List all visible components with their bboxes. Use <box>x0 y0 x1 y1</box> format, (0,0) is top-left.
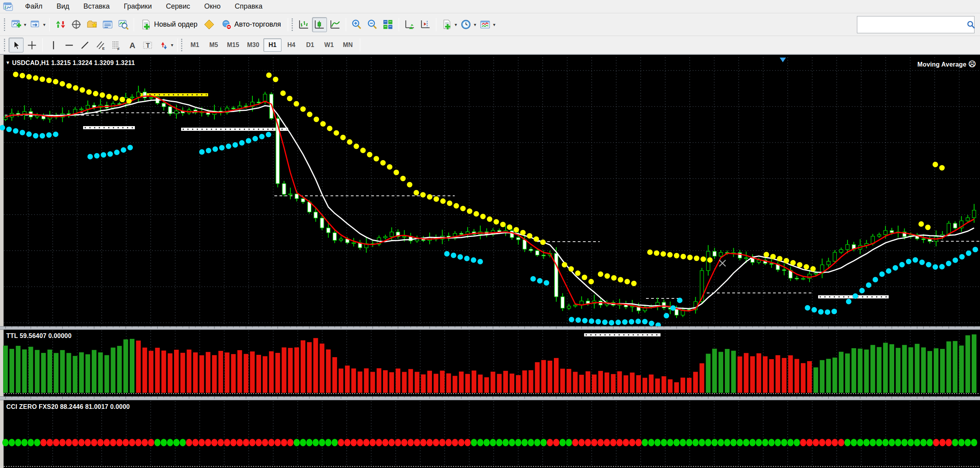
toolbar-grip[interactable] <box>4 39 5 51</box>
text-label-button[interactable]: T <box>140 38 155 52</box>
search-input[interactable] <box>857 17 966 33</box>
indicators-button-dropdown-caret[interactable]: ▾ <box>493 22 495 27</box>
trendline-icon <box>80 40 90 51</box>
svg-text:E: E <box>102 46 104 50</box>
auto-trading-button-label: Авто-торговля <box>234 20 281 29</box>
new-order-icon <box>141 19 151 30</box>
new-chart-button[interactable] <box>9 17 24 32</box>
label-icon: T <box>142 40 153 51</box>
bar-chart-button[interactable] <box>296 17 311 32</box>
zoom-out-button[interactable] <box>365 17 380 32</box>
chart-shift-button[interactable] <box>418 17 433 32</box>
new-chart-button-dropdown-caret[interactable]: ▾ <box>24 22 26 27</box>
toolbar-grip[interactable] <box>292 18 293 31</box>
data-window-icon <box>71 19 82 30</box>
crosshair-button[interactable] <box>24 38 39 52</box>
trendline-button[interactable] <box>77 38 92 52</box>
search-box <box>857 16 975 33</box>
menu-view[interactable]: Вид <box>50 1 76 12</box>
timeframe-h4[interactable]: H4 <box>282 38 300 52</box>
menu-help[interactable]: Справка <box>229 1 269 12</box>
tools-toolbar: EFAT▾ M1M5M15M30H1H4D1W1MN <box>0 36 980 55</box>
zoom-out-icon <box>367 19 377 30</box>
indicators-icon <box>480 19 490 30</box>
templates-icon <box>441 19 452 30</box>
auto-trading-button[interactable]: Авто-торговля <box>218 17 285 32</box>
main-toolbar: ▾▾Новый ордерАвто-торговля▾▾▾ <box>0 13 980 36</box>
templates-button[interactable] <box>439 17 454 32</box>
channel-button[interactable]: E <box>93 38 108 52</box>
ea-name-label: Moving Average <box>917 61 966 68</box>
candle-chart-button[interactable] <box>312 17 327 32</box>
metaeditor-icon <box>204 19 214 30</box>
market-watch-button[interactable] <box>53 17 68 32</box>
vline-icon <box>48 40 59 51</box>
new-order-button-label: Новый ордер <box>154 20 198 29</box>
sad-smiley-icon[interactable]: ☹ <box>968 60 976 68</box>
text-button[interactable]: A <box>124 38 139 52</box>
menu-file[interactable]: Файл <box>19 1 49 12</box>
timeframe-m1[interactable]: M1 <box>186 38 204 52</box>
navigator-button[interactable] <box>84 17 99 32</box>
zoom-in-button[interactable] <box>349 17 364 32</box>
search-icon[interactable] <box>966 20 976 29</box>
arrows-button-dropdown-caret[interactable]: ▾ <box>171 42 173 48</box>
new-order-button[interactable]: Новый ордер <box>137 17 201 32</box>
clock-icon <box>461 19 471 30</box>
tile-windows-button[interactable] <box>381 17 396 32</box>
terminal-icon <box>102 19 113 30</box>
timeframe-m15[interactable]: M15 <box>223 38 243 52</box>
channel-icon: E <box>95 40 106 51</box>
arrows-icon <box>158 40 169 51</box>
menu-tools[interactable]: Сервис <box>160 1 196 12</box>
ttl-indicator-label: TTL 59.56407 0.00000 <box>6 332 72 340</box>
timeframe-h1[interactable]: H1 <box>263 38 281 52</box>
profiles-button[interactable] <box>28 17 43 32</box>
toolbar-grip[interactable] <box>4 18 5 31</box>
crosshair-icon <box>27 40 37 51</box>
toolbar-separator <box>49 18 50 31</box>
chart-title: USDCAD,H1 1.3215 1.3224 1.3209 1.3211 <box>12 60 135 66</box>
toolbar-separator <box>134 18 134 31</box>
auto-scroll-button[interactable] <box>402 17 417 32</box>
indicators-button[interactable] <box>478 17 493 32</box>
periods-button[interactable] <box>459 17 474 32</box>
line-chart-button[interactable] <box>328 17 343 32</box>
profiles-button-dropdown-caret[interactable]: ▾ <box>43 22 45 27</box>
menu-window[interactable]: Окно <box>198 1 227 12</box>
profiles-icon <box>30 19 41 30</box>
toolbar-grip[interactable] <box>181 39 182 51</box>
strategy-tester-button[interactable] <box>116 17 131 32</box>
timeframe-w1[interactable]: W1 <box>320 38 338 52</box>
horizontal-line-button[interactable] <box>62 38 76 52</box>
cursor-button[interactable] <box>9 38 24 52</box>
timeframe-d1[interactable]: D1 <box>301 38 319 52</box>
cci-indicator-label: CCI ZERO FXS20 88.2446 81.0017 0.0000 <box>6 403 130 410</box>
periods-button-dropdown-caret[interactable]: ▾ <box>474 22 476 27</box>
templates-button-dropdown-caret[interactable]: ▾ <box>455 22 457 27</box>
text-icon: A <box>127 40 137 51</box>
data-window-button[interactable] <box>69 17 83 32</box>
autoscroll-icon <box>404 19 415 30</box>
menu-charts[interactable]: Графики <box>118 1 158 12</box>
fibo-icon: F <box>111 40 122 51</box>
terminal-button[interactable] <box>100 17 115 32</box>
price-chart-svg[interactable] <box>0 55 980 468</box>
timeframe-mn[interactable]: MN <box>339 38 357 52</box>
metatrader-window: Файл Вид Вставка Графики Сервис Окно Спр… <box>0 0 980 468</box>
timeframe-m5[interactable]: M5 <box>205 38 223 52</box>
chart-title-row: ▼ USDCAD,H1 1.3215 1.3224 1.3209 1.3211 <box>5 60 135 67</box>
timeframe-m30[interactable]: M30 <box>243 38 263 52</box>
toolbar-separator <box>436 18 436 31</box>
autotrade-icon <box>221 19 232 30</box>
menu-insert[interactable]: Вставка <box>77 1 116 12</box>
chart-area[interactable] <box>0 55 980 468</box>
chart-dropdown-arrow[interactable]: ▼ <box>5 60 10 65</box>
metaeditor-button[interactable] <box>202 17 217 32</box>
cursor-icon <box>11 40 22 51</box>
arrows-button[interactable] <box>156 38 171 52</box>
vertical-line-button[interactable] <box>46 38 61 52</box>
fibonacci-button[interactable]: F <box>109 38 123 52</box>
bars-icon <box>298 19 309 30</box>
menu-bar: Файл Вид Вставка Графики Сервис Окно Спр… <box>0 0 980 13</box>
